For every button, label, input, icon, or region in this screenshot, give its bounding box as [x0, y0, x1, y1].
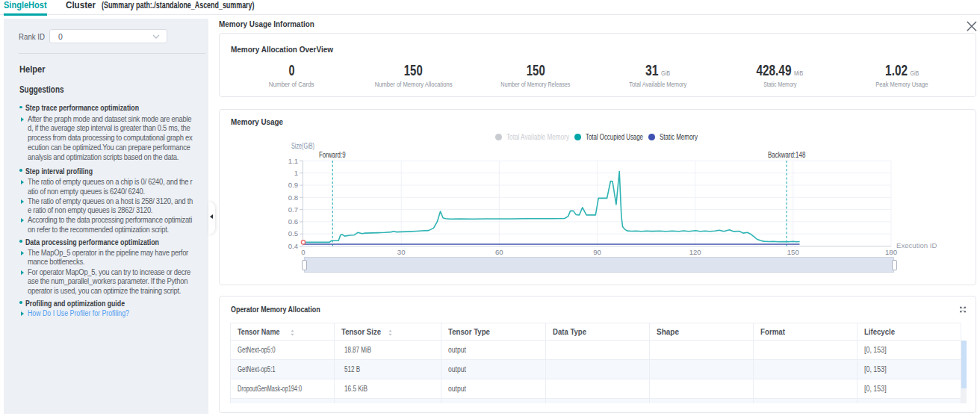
svg-text:0: 0: [301, 248, 305, 256]
svg-text:0.9: 0.9: [288, 181, 298, 189]
svg-text:0.6: 0.6: [288, 217, 298, 226]
svg-text:0.7: 0.7: [288, 205, 298, 214]
svg-text:120: 120: [689, 248, 701, 256]
svg-text:30: 30: [397, 248, 406, 256]
svg-text:60: 60: [495, 248, 503, 256]
svg-text:1.1: 1.1: [288, 157, 298, 165]
svg-text:0.5: 0.5: [288, 229, 298, 238]
svg-text:0.8: 0.8: [288, 193, 298, 202]
svg-text:180: 180: [885, 248, 897, 256]
svg-text:Execution ID: Execution ID: [896, 241, 937, 249]
svg-text:0.4: 0.4: [288, 242, 299, 250]
svg-text:90: 90: [593, 248, 601, 256]
svg-text:150: 150: [787, 248, 799, 256]
svg-text:1: 1: [294, 169, 298, 177]
